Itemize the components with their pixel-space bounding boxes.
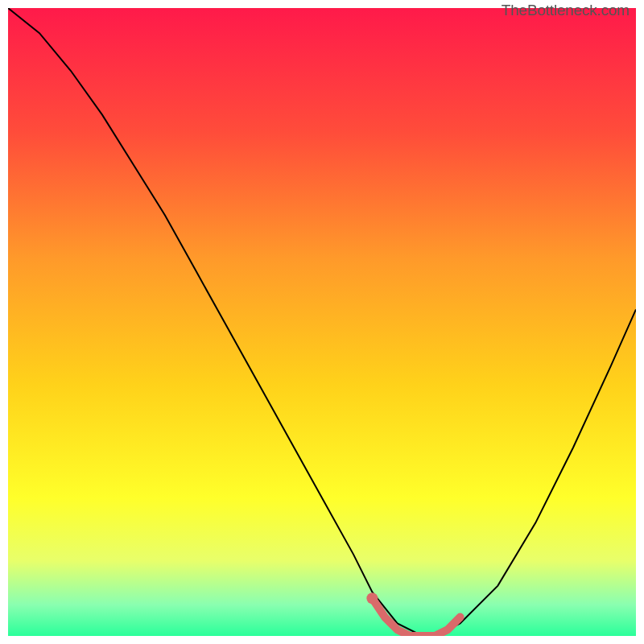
watermark-text: TheBottleneck.com <box>502 2 630 19</box>
optimal-marker <box>366 592 378 604</box>
gradient-background <box>8 8 636 636</box>
plot-area <box>8 8 636 636</box>
chart-container: TheBottleneck.com <box>0 0 644 644</box>
chart-svg <box>8 8 636 636</box>
